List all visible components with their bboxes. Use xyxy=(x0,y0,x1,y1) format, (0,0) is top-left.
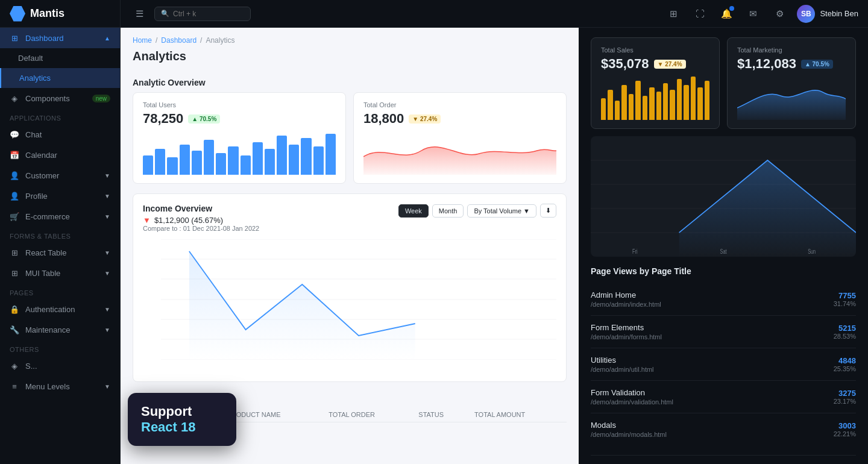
stat-card-orders: Total Order 18,800 ▼ 27.4% xyxy=(353,92,567,184)
section-forms-tables: Forms & Tables xyxy=(0,227,120,242)
sidebar-item-maintenance[interactable]: 🔧 Maintenance ▼ xyxy=(0,319,120,340)
breadcrumb-dashboard[interactable]: Dashboard xyxy=(161,36,197,45)
sample-icon: ◈ xyxy=(10,361,19,371)
sidebar-item-react-table[interactable]: ⊞ React Table ▼ xyxy=(0,242,120,263)
breadcrumb-home[interactable]: Home xyxy=(133,36,152,45)
sidebar-item-mui-table[interactable]: ⊞ MUI Table ▼ xyxy=(0,263,120,283)
chevron-down-icon-ecommerce: ▼ xyxy=(104,213,110,220)
sidebar-item-authentication[interactable]: 🔒 Authentication ▼ xyxy=(0,299,120,319)
badge-users: ▲ 70.5% xyxy=(188,114,220,124)
download-button[interactable]: ⬇ xyxy=(540,204,556,218)
support-react-popup[interactable]: Support React 18 xyxy=(128,393,236,446)
pv-title-admin: Admin Home xyxy=(591,290,834,299)
hamburger-icon[interactable]: ☰ xyxy=(130,5,148,23)
search-input[interactable] xyxy=(173,10,233,18)
pv-url-utils: /demo/admin/util.html xyxy=(591,366,834,373)
screen-icon[interactable]: ⛶ xyxy=(691,5,709,23)
react-table-icon: ⊞ xyxy=(10,248,19,257)
notification-icon[interactable]: 🔔 xyxy=(717,5,735,23)
badge-marketing: ▲ 70.5% xyxy=(801,60,833,69)
sidebar-item-customer[interactable]: 👤 Customer ▼ xyxy=(0,165,120,186)
topbar-left: ☰ 🔍 xyxy=(130,5,251,23)
pv-number-utils: 4848 xyxy=(834,356,856,365)
pv-percent-utils: 25.35% xyxy=(834,365,856,372)
section-others: Others xyxy=(0,340,120,356)
topbar-search[interactable]: 🔍 xyxy=(154,7,251,21)
orders-chart xyxy=(363,127,556,175)
user-name: Stebin Ben xyxy=(820,9,858,18)
stat-card-sales: Total Sales $35,078 ▼ 27.4% xyxy=(591,37,720,129)
components-icon: ◈ xyxy=(10,93,19,103)
breadcrumb: Home / Dashboard / Analytics xyxy=(121,28,579,47)
sidebar-item-dashboard[interactable]: ⊞ Dashboard ▲ xyxy=(0,28,120,48)
sidebar-label-components: Components xyxy=(25,94,70,103)
month-button[interactable]: Month xyxy=(432,204,464,218)
analytics-report-title: Analytics Report xyxy=(591,455,856,464)
sidebar-label-mui-table: MUI Table xyxy=(25,269,60,278)
pv-number-modals: 3003 xyxy=(834,421,856,430)
user-avatar[interactable]: SB Stebin Ben xyxy=(797,5,858,23)
apps-icon[interactable]: ⊞ xyxy=(664,5,682,23)
week-button[interactable]: Week xyxy=(398,204,429,218)
sidebar-label-analytics: Analytics xyxy=(19,74,51,83)
pv-info-modals: Modals /demo/admin/modals.html xyxy=(591,421,834,438)
support-react-text: React 18 xyxy=(141,419,223,435)
svg-text:Fri: Fri xyxy=(632,248,638,255)
card-label-sales: Total Sales xyxy=(601,46,709,54)
pv-percent-admin: 31.74% xyxy=(834,300,856,307)
pv-count-modals: 3003 22.21% xyxy=(834,421,856,437)
pv-title-forms: Form Elements xyxy=(591,323,834,332)
sidebar-label-calendar: Calendar xyxy=(25,151,57,160)
pv-item-forms: Form Elements /demo/admin/forms.html 521… xyxy=(591,316,856,348)
logo-icon xyxy=(10,6,25,22)
search-icon: 🔍 xyxy=(161,10,169,17)
avatar-image: SB xyxy=(797,5,815,23)
sidebar-label-profile: Profile xyxy=(25,192,48,201)
pv-number-validation: 3275 xyxy=(834,389,856,398)
sidebar-item-calendar[interactable]: 📅 Calendar xyxy=(0,145,120,165)
new-badge: new xyxy=(92,95,110,102)
sidebar-label-default: Default xyxy=(18,54,43,63)
sidebar-logo[interactable]: Mantis xyxy=(0,0,120,28)
pv-percent-forms: 28.53% xyxy=(834,333,856,340)
income-section: Income Overview ▼ $1,12,900 (45.67%) Com… xyxy=(121,193,579,392)
sidebar: Mantis ⊞ Dashboard ▲ Default Analytics ◈… xyxy=(0,0,121,464)
auth-icon: 🔒 xyxy=(10,304,19,314)
support-text: Support xyxy=(141,404,223,419)
page-views-title: Page Views by Page Title xyxy=(591,266,856,276)
pv-url-admin: /demo/admin/index.html xyxy=(591,301,834,308)
sidebar-item-chat[interactable]: 💬 Chat xyxy=(0,124,120,145)
pv-count-utils: 4848 25.35% xyxy=(834,356,856,372)
app-name: Mantis xyxy=(30,7,64,20)
chevron-down-icon-customer: ▼ xyxy=(104,172,110,179)
pv-item-validation: Form Validation /demo/admin/validation.h… xyxy=(591,381,856,413)
chevron-down-icon-maint: ▼ xyxy=(104,327,110,333)
pv-count-admin: 7755 31.74% xyxy=(834,291,856,307)
dark-stat-cards: Total Sales $35,078 ▼ 27.4% xyxy=(579,28,868,129)
sidebar-item-default[interactable]: Default xyxy=(0,48,120,68)
settings-icon[interactable]: ⚙ xyxy=(770,5,788,23)
pv-info-validation: Form Validation /demo/admin/validation.h… xyxy=(591,388,834,406)
sidebar-item-ecommerce[interactable]: 🛒 E-commerce ▼ xyxy=(0,206,120,227)
income-amount: ▼ $1,12,900 (45.67%) xyxy=(143,216,259,225)
income-controls: Week Month By Total Volume ▼ ⬇ xyxy=(398,204,556,218)
volume-button[interactable]: By Total Volume ▼ xyxy=(467,204,536,218)
income-title: Income Overview xyxy=(143,204,259,213)
card-value-users: 78,250 ▲ 70.5% xyxy=(143,111,336,127)
stat-cards-grid: Total Users 78,250 ▲ 70.5% xyxy=(121,92,579,193)
pv-number-admin: 7755 xyxy=(834,291,856,300)
menu-levels-icon: ≡ xyxy=(10,381,19,391)
sidebar-item-components[interactable]: ◈ Components new xyxy=(0,88,120,108)
sidebar-item-analytics[interactable]: Analytics xyxy=(0,68,120,88)
line-chart: 120 100 80 60 40 20 0 xyxy=(143,239,556,372)
sales-chart xyxy=(601,72,709,120)
sidebar-item-menu-levels[interactable]: ≡ Menu Levels ▼ xyxy=(0,376,120,397)
mail-icon[interactable]: ✉ xyxy=(744,5,762,23)
sidebar-item-sample[interactable]: ◈ S... xyxy=(0,356,120,376)
section-pages: Pages xyxy=(0,283,120,299)
sidebar-item-profile[interactable]: 👤 Profile ▼ xyxy=(0,186,120,206)
card-value-orders: 18,800 ▼ 27.4% xyxy=(363,111,556,127)
page-views-list: Admin Home /demo/admin/index.html 7755 3… xyxy=(591,283,856,445)
left-panel: Home / Dashboard / Analytics Analytics A… xyxy=(121,28,579,464)
page-title: Analytics xyxy=(121,47,579,71)
